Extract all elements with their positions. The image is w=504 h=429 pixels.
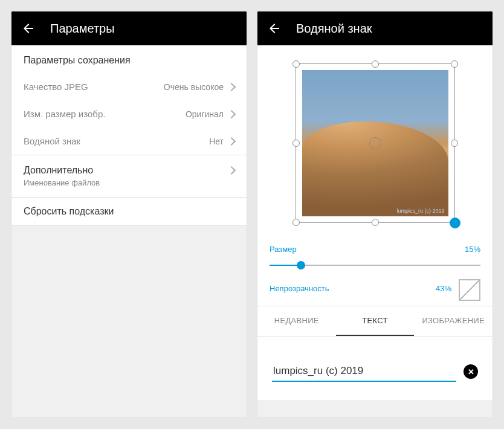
resize-handle-br[interactable]	[450, 218, 460, 228]
clear-input-icon[interactable]	[464, 364, 478, 379]
resize-handle-tr[interactable]	[451, 60, 458, 68]
row-more-subtitle: Именование файлов	[11, 178, 247, 197]
watermark-tabs: НЕДАВНИЕ ТЕКСТ ИЗОБРАЖЕНИЕ	[257, 306, 493, 336]
resize-handle-bl[interactable]	[292, 219, 300, 226]
watermark-overlay-text: lumpics_ru (c) 2019	[396, 208, 444, 214]
tab-image[interactable]: ИЗОБРАЖЕНИЕ	[414, 306, 493, 336]
chevron-right-icon	[227, 109, 236, 118]
sliders-panel: Размер 15% Непрозрачность 43%	[257, 235, 493, 306]
row-watermark[interactable]: Водяной знак Нет	[11, 127, 247, 155]
resize-handle-tl[interactable]	[292, 60, 300, 68]
position-grid-icon[interactable]	[459, 279, 480, 301]
watermark-text-input[interactable]	[272, 361, 456, 382]
resize-handle-mr[interactable]	[451, 140, 458, 147]
header-title: Параметры	[50, 22, 115, 36]
center-handle-icon[interactable]	[369, 137, 381, 149]
crop-frame[interactable]: lumpics_ru (c) 2019	[296, 63, 455, 223]
row-jpeg-quality[interactable]: Качество JPEG Очень высокое	[11, 73, 247, 100]
opacity-value: 43%	[436, 284, 451, 293]
header-title: Водяной знак	[296, 22, 372, 36]
size-value: 15%	[465, 245, 480, 254]
watermark-content: lumpics_ru (c) 2019 Размер 15%	[257, 45, 493, 418]
preview-area: lumpics_ru (c) 2019	[257, 45, 493, 235]
header: Водяной знак	[257, 11, 493, 45]
tab-text[interactable]: ТЕКСТ	[336, 306, 415, 336]
settings-content: Параметры сохранения Качество JPEG Очень…	[11, 45, 247, 418]
tab-recent[interactable]: НЕДАВНИЕ	[257, 306, 336, 336]
settings-screen: Параметры Параметры сохранения Качество …	[11, 11, 247, 418]
size-label: Размер	[270, 245, 460, 254]
row-more[interactable]: Дополнительно	[11, 155, 247, 178]
row-reset-hints[interactable]: Сбросить подсказки	[11, 198, 247, 225]
row-resize[interactable]: Изм. размер изобр. Оригинал	[11, 100, 247, 127]
back-arrow-icon[interactable]	[21, 21, 36, 36]
back-arrow-icon[interactable]	[267, 21, 282, 36]
chevron-right-icon	[227, 166, 236, 175]
resize-handle-tc[interactable]	[372, 60, 379, 68]
header: Параметры	[11, 11, 247, 45]
opacity-label: Непрозрачность	[270, 284, 431, 293]
text-input-area	[257, 337, 493, 400]
watermark-screen: Водяной знак lumpics_ru (c) 2019	[257, 11, 493, 418]
section-save-params: Параметры сохранения	[11, 45, 247, 73]
resize-handle-ml[interactable]	[292, 140, 300, 147]
size-slider[interactable]	[270, 257, 480, 273]
chevron-right-icon	[227, 137, 236, 145]
resize-handle-bc[interactable]	[372, 219, 379, 226]
chevron-right-icon	[227, 82, 236, 91]
